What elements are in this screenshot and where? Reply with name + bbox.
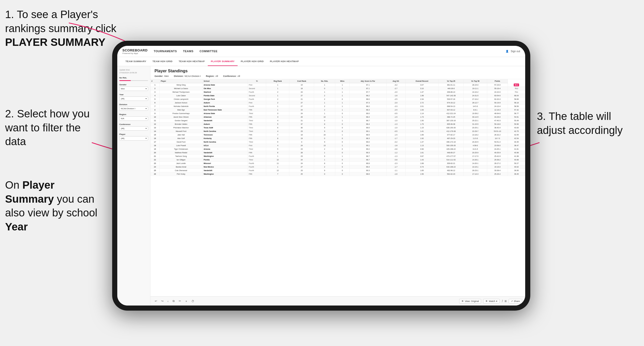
sub-nav-team-h2h-heatmap[interactable]: TEAM H2H HEATMAP: [176, 57, 208, 66]
table-row[interactable]: 24 Bastian Amat New Mexico Fourth 1 27 2…: [150, 165, 525, 169]
share-button[interactable]: ↗ Share: [509, 299, 522, 303]
cell-reg-rank: 1: [266, 105, 289, 108]
sub-nav-team-summary[interactable]: TEAM SUMMARY: [122, 57, 149, 66]
cell-adj-score: 68.6: [350, 172, 386, 176]
watch-button[interactable]: 👁 Watch ▾: [483, 299, 500, 303]
cell-player: Alex Goff: [160, 137, 202, 140]
table-row[interactable]: 4 Luke Claton Florida State Second 1 27 …: [150, 94, 525, 98]
cell-top25: 28-12-7: [464, 101, 487, 105]
year-select[interactable]: (All) ▾: [119, 96, 148, 101]
table-row[interactable]: 10 Jacob Skov Olesen Arkansas Fifth 3 26…: [150, 115, 525, 119]
cell-conf-rank: 24: [289, 112, 314, 115]
table-row[interactable]: 6 Jackson Koivun Auburn First 2 27 1 1 6…: [150, 101, 525, 105]
table-row[interactable]: 20 Matthew Riedel Vanderbilt Fifth 6 28 …: [150, 151, 525, 155]
table-row[interactable]: 5 Christo Lamprecht Georgia Tech Fourth …: [150, 98, 525, 101]
table-row[interactable]: 2 Michael La Sasso Ole Miss Second 1 18 …: [150, 87, 525, 90]
cell-rank: 24: [150, 165, 160, 169]
cell-rank: 6: [150, 101, 160, 105]
cell-rank: 12: [150, 122, 160, 126]
col-rank: #: [150, 79, 160, 83]
cell-adj-score: 69.4: [350, 165, 386, 169]
nav-tournaments[interactable]: TOURNAMENTS: [154, 49, 177, 54]
sub-nav-player-h2h-heatmap[interactable]: PLAYER H2H HEATMAP: [267, 57, 302, 66]
cut-button[interactable]: ✂: [177, 299, 182, 303]
table-row[interactable]: 21 Taehoon Song Washington Fourth 1 23 9…: [150, 155, 525, 158]
cell-conf-rank: 30: [289, 126, 314, 130]
cell-avg-sg: -1.3: [386, 155, 405, 158]
cell-points: 42.54: [508, 137, 525, 140]
table-row[interactable]: 18 Luke Powell UCLA First 4 24 13 1 69.1…: [150, 144, 525, 147]
cell-school: Vanderbilt: [202, 169, 248, 172]
cell-player: Michael La Sasso: [160, 87, 202, 90]
cell-points: 39.95: [508, 169, 525, 172]
conference-select[interactable]: (All) ▾: [119, 126, 148, 131]
table-row[interactable]: 22 Ian Gilligan Florida Third 10 24 1 0 …: [150, 158, 525, 162]
table-row[interactable]: 23 Jack Lundin Missouri Fourth 11 24 8 0…: [150, 162, 525, 165]
table-row[interactable]: 15 Jake Hall Tennessee Fifth 7 18 16 1 6…: [150, 133, 525, 137]
no-rds-slider[interactable]: [119, 80, 148, 81]
cell-avg-sg: -2.7: [386, 87, 405, 90]
cell-points: 73.1: [508, 90, 525, 94]
gender-select[interactable]: Men ▾: [119, 87, 148, 91]
table-row[interactable]: 9 Preston Summerhays Arizona State Third…: [150, 112, 525, 115]
sidebar-division: Division NCAA Division I ▾: [119, 103, 148, 111]
cell-rank: 19: [150, 147, 160, 151]
cell-wins: 1: [335, 108, 350, 112]
table-row[interactable]: 12 Brendan Valdes Auburn Fifth 5 37 8 0 …: [150, 122, 525, 126]
cell-no-rds: 8: [314, 162, 335, 165]
cell-top50: 46-64-6: [487, 112, 508, 115]
table-row[interactable]: 25 Cole Sherwood Vanderbilt Fourth 12 23…: [150, 169, 525, 172]
cell-player: Michael Thorbjornsen: [160, 90, 202, 94]
table-row[interactable]: 17 David Ford North Carolina Third 9 0 9…: [150, 140, 525, 144]
table-area: Player Standings Gender: Men Division: N…: [150, 66, 525, 306]
col-player: Player: [160, 79, 202, 83]
region-select[interactable]: N/A ▾: [119, 116, 148, 121]
sign-out-link[interactable]: Sign out: [511, 50, 520, 53]
cell-overall: 514-111-52: [439, 158, 464, 162]
table-row[interactable]: 16 Alex Goff Kentucky Fifth 8 19 0 0 68.…: [150, 137, 525, 140]
cell-adj-score: 68.4: [350, 122, 386, 126]
table-row[interactable]: 1 Wenyi Ding Arizona State First 1 15 1 …: [150, 83, 525, 87]
table-row[interactable]: 7 Nicholas Gabrelcik North Florida Fourt…: [150, 105, 525, 108]
table-row[interactable]: 11 Gordon Sargent Vanderbilt Third 4 21 …: [150, 119, 525, 122]
cell-sg: 1.68: [405, 162, 439, 165]
cell-avg-sg: -1.6: [386, 172, 405, 176]
table-row[interactable]: 8 Mats Ege East Tennessee State Fifth 1 …: [150, 108, 525, 112]
toolbar-extra-icons: ⤴ ⊞: [502, 300, 507, 302]
copy-button[interactable]: ⧉: [171, 299, 176, 303]
cell-points: 42.75: [508, 130, 525, 133]
back-button[interactable]: ‹: [166, 299, 170, 303]
cell-sg: 3.07: [405, 83, 439, 87]
cell-yr: Third: [248, 119, 266, 122]
paste-button[interactable]: ⌅: [184, 299, 189, 303]
cell-yr: First: [248, 83, 266, 87]
cell-top25: 26-23-1: [464, 169, 487, 172]
table-row[interactable]: 19 Tiger Christensen Arizona Third 5 23 …: [150, 147, 525, 151]
grid-icon[interactable]: ⊞: [505, 300, 507, 302]
sub-nav-player-h2h-grid[interactable]: PLAYER H2H GRID: [238, 57, 267, 66]
cell-top50: 55-16-4: [487, 87, 508, 90]
table-row[interactable]: 14 Maxwell Ford North Carolina Third 4 2…: [150, 130, 525, 133]
redo-button[interactable]: ↪: [160, 299, 165, 303]
view-original-button[interactable]: 👁 View: Original: [459, 299, 481, 303]
cell-sg: 2.72: [405, 101, 439, 105]
division-select[interactable]: NCAA Division I ▾: [119, 106, 148, 111]
undo-button[interactable]: ↩: [153, 299, 158, 303]
cell-conf-rank: 24: [289, 158, 314, 162]
export-icon[interactable]: ⤴: [502, 300, 503, 302]
region-label: Region: [119, 113, 148, 116]
nav-committee[interactable]: COMMITTEE: [200, 49, 218, 54]
sub-nav-team-h2h-grid[interactable]: TEAM H2H GRID: [149, 57, 176, 66]
cell-wins: 0: [335, 151, 350, 155]
nav-teams[interactable]: TEAMS: [183, 49, 194, 54]
table-row[interactable]: 26 Petr Hruby Washington Fifth 7 25 0 0 …: [150, 172, 525, 176]
cell-sg: 1.66: [405, 133, 439, 137]
cell-adj-score: 68.3: [350, 108, 386, 112]
sub-nav-player-summary[interactable]: PLAYER SUMMARY: [208, 57, 238, 66]
cell-player: Taehoon Song: [160, 155, 202, 158]
table-row[interactable]: 13 Phichaksn Maichon Texas A&M Third 6 3…: [150, 126, 525, 130]
cell-avg-sg: -1.0: [386, 119, 405, 122]
player-select[interactable]: (All) ▾: [119, 136, 148, 141]
table-row[interactable]: 3 Michael Thorbjornsen Stanford Fourth 2…: [150, 90, 525, 94]
cell-overall: 547-142-38: [439, 94, 464, 98]
